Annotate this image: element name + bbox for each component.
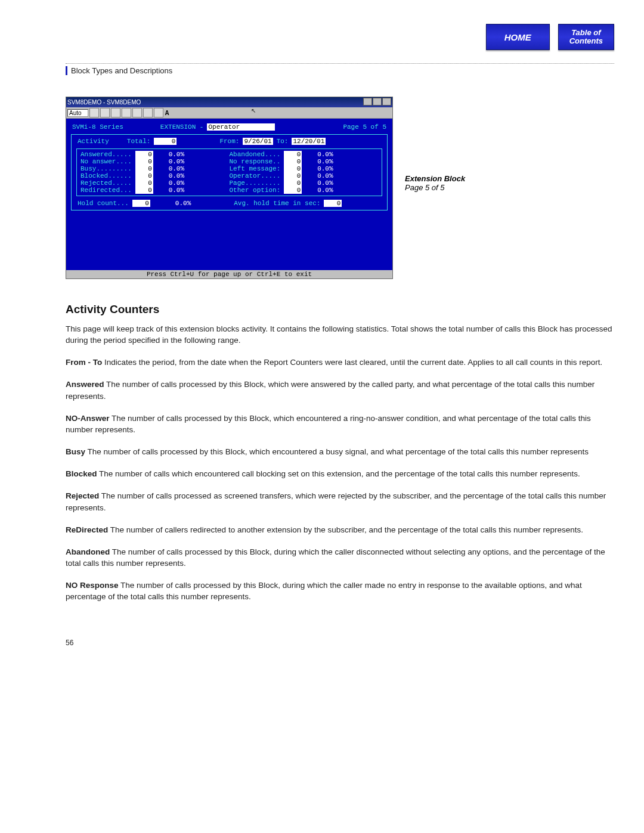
figure-caption: Extension Block Page 5 of 5 [405, 97, 465, 192]
definition-paragraph: Answered The number of calls processed b… [66, 379, 614, 401]
stat-row: Redirected...0 0.0% [80, 187, 230, 194]
stat-row: Busy.........0 0.0% [80, 165, 230, 172]
from-value: 9/26/01 [243, 138, 273, 145]
toolbar-icon[interactable] [143, 108, 153, 117]
caption-page: Page 5 of 5 [405, 183, 465, 192]
hold-pct: 0.0% [175, 200, 191, 207]
activity-label: Activity [78, 138, 109, 145]
definition-paragraph: Rejected The number of calls processed a… [66, 490, 614, 513]
window-toolbar: Auto A ↖ [66, 107, 392, 119]
page-indicator: Page 5 of 5 [343, 123, 386, 131]
toolbar-icon[interactable] [122, 108, 131, 117]
terminal-window: SVM8DEMO - SVM8DEMO Auto A ↖ SVMi-8 Seri… [66, 97, 393, 279]
extension-label: EXTENSION - [160, 123, 204, 131]
page-number: 56 [66, 639, 614, 647]
stat-row: Other option:0 0.0% [230, 187, 379, 194]
cursor-icon: ↖ [251, 107, 256, 114]
total-label: Total: [127, 138, 151, 145]
toc-button[interactable]: Table ofContents [558, 24, 614, 50]
hold-label: Hold count... [78, 200, 129, 207]
caption-title: Extension Block [405, 174, 465, 183]
toolbar-select[interactable]: Auto [67, 109, 88, 117]
to-value: 12/20/01 [292, 138, 326, 145]
stat-row: Operator.....0 0.0% [230, 172, 379, 179]
avg-value: 0 [324, 200, 342, 207]
section-heading: Activity Counters [66, 303, 614, 316]
activity-box: Activity Total: 0 From: 9/26/01 To: 12/2… [71, 134, 388, 210]
definition-paragraph: From - To Indicates the period, from the… [66, 357, 614, 368]
stat-row: Rejected.....0 0.0% [80, 179, 230, 187]
definition-paragraph: Blocked The number of calls which encoun… [66, 468, 614, 479]
series-label: SVMi-8 Series [72, 123, 123, 131]
stat-row: No response..0 0.0% [230, 158, 379, 165]
avg-label: Avg. hold time in sec: [234, 200, 320, 207]
toolbar-icon[interactable] [132, 108, 142, 117]
window-title: SVM8DEMO - SVM8DEMO [67, 99, 141, 106]
stat-row: Blocked......0 0.0% [80, 172, 230, 179]
extension-value: Operator [207, 123, 275, 131]
stat-row: Page.........0 0.0% [230, 179, 379, 187]
toolbar-icon[interactable] [89, 108, 99, 117]
stat-row: Answered.....0 0.0% [80, 151, 230, 158]
breadcrumb: Block Types and Descriptions [66, 66, 614, 75]
divider [66, 63, 614, 64]
hint-bar: Press Ctrl+U for page up or Ctrl+E to ex… [66, 270, 392, 278]
window-titlebar: SVM8DEMO - SVM8DEMO [66, 97, 392, 107]
toolbar-icon[interactable] [154, 108, 163, 117]
stat-row: Left message:0 0.0% [230, 165, 379, 172]
stat-row: No answer....0 0.0% [80, 158, 230, 165]
window-controls[interactable] [363, 98, 391, 107]
toolbar-icon[interactable] [100, 108, 110, 117]
toolbar-icon[interactable] [111, 108, 120, 117]
from-label: From: [219, 138, 239, 145]
top-nav: HOME Table ofContents [66, 24, 614, 50]
intro-paragraph: This page will keep track of this extens… [66, 323, 614, 346]
definition-paragraph: NO-Answer The number of calls processed … [66, 413, 614, 435]
definition-paragraph: ReDirected The number of callers redirec… [66, 524, 614, 535]
hold-value: 0 [132, 200, 150, 207]
stat-row: Abandoned....0 0.0% [230, 151, 379, 158]
definition-paragraph: NO Response The number of calls processe… [66, 580, 614, 602]
to-label: To: [277, 138, 289, 145]
definition-paragraph: Abandoned The number of calls processed … [66, 546, 614, 569]
definition-paragraph: Busy The number of calls processed by th… [66, 446, 614, 457]
total-value: 0 [154, 138, 177, 145]
home-button[interactable]: HOME [486, 24, 550, 50]
